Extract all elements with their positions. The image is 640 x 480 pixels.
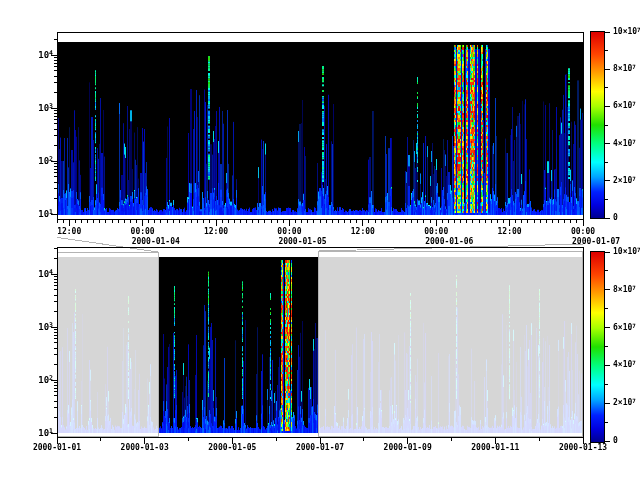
zoom-x-time-label: 12:00 bbox=[498, 228, 522, 236]
zoom-y-tick-label: 103 bbox=[38, 103, 53, 113]
zoom-x-time-label: 00:00 bbox=[277, 228, 301, 236]
zoom-spectrogram-plot[interactable] bbox=[57, 32, 583, 219]
colorbar-bottom-tick-label: 0 bbox=[613, 437, 618, 445]
overview-y-tick-label: 104 bbox=[38, 269, 53, 279]
colorbar-top-tick-label: 6×107 bbox=[613, 102, 636, 110]
zoom-x-time-label: 12:00 bbox=[351, 228, 375, 236]
colorbar-bottom-tick-label: 10×107 bbox=[613, 248, 640, 256]
zoom-x-time-label: 00:00 bbox=[424, 228, 448, 236]
overview-x-date-label: 2000-01-13 bbox=[559, 444, 607, 452]
spectrogram-figure: 12:0000:0012:0000:0012:0000:0012:0000:00… bbox=[0, 0, 640, 480]
overview-x-date-label: 2000-01-01 bbox=[33, 444, 81, 452]
overview-x-date-label: 2000-01-07 bbox=[296, 444, 344, 452]
overview-spectrogram-plot[interactable] bbox=[57, 247, 583, 437]
colorbar-bottom-tick-label: 8×107 bbox=[613, 286, 636, 294]
zoom-y-tick-label: 104 bbox=[38, 50, 53, 60]
colorbar-bottom bbox=[590, 251, 605, 443]
zoom-y-tick-label: 102 bbox=[38, 156, 53, 166]
colorbar-bottom-tick-label: 2×107 bbox=[613, 399, 636, 407]
zoom-x-date-label: 2000-01-05 bbox=[278, 238, 326, 246]
colorbar-bottom-tick-label: 4×107 bbox=[613, 361, 636, 369]
colorbar-top bbox=[590, 31, 605, 219]
overview-y-tick-label: 103 bbox=[38, 322, 53, 332]
colorbar-top-tick-label: 8×107 bbox=[613, 65, 636, 73]
colorbar-top-tick-label: 4×107 bbox=[613, 139, 636, 147]
zoom-x-time-label: 12:00 bbox=[57, 228, 81, 236]
colorbar-bottom-tick-label: 6×107 bbox=[613, 323, 636, 331]
overview-x-date-label: 2000-01-05 bbox=[208, 444, 256, 452]
zoom-x-date-label: 2000-01-07 bbox=[572, 238, 620, 246]
overview-x-date-label: 2000-01-03 bbox=[121, 444, 169, 452]
overview-y-tick-label: 102 bbox=[38, 375, 53, 385]
zoom-y-tick-label: 101 bbox=[38, 209, 53, 219]
zoom-x-date-label: 2000-01-06 bbox=[425, 238, 473, 246]
zoom-x-time-label: 00:00 bbox=[571, 228, 595, 236]
zoom-x-time-label: 12:00 bbox=[204, 228, 228, 236]
colorbar-top-tick-label: 2×107 bbox=[613, 177, 636, 185]
colorbar-top-tick-label: 10×107 bbox=[613, 28, 640, 36]
overview-y-tick-label: 101 bbox=[38, 428, 53, 438]
overview-x-date-label: 2000-01-11 bbox=[471, 444, 519, 452]
zoom-x-date-label: 2000-01-04 bbox=[132, 238, 180, 246]
overview-x-date-label: 2000-01-09 bbox=[384, 444, 432, 452]
zoom-x-time-label: 00:00 bbox=[131, 228, 155, 236]
colorbar-top-tick-label: 0 bbox=[613, 214, 618, 222]
